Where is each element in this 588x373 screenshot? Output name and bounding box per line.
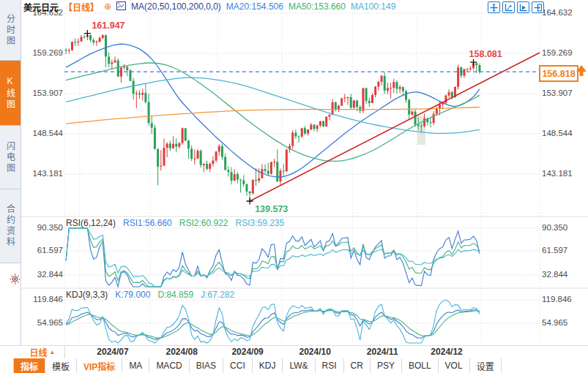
period-tag[interactable]: 【日线】	[64, 1, 99, 13]
annotation-158.081: 158.081	[469, 49, 502, 59]
kdj-k-line	[66, 309, 480, 339]
y-axis-tick: 61.597	[22, 246, 63, 255]
y-axis-tick: 143.181	[542, 169, 573, 178]
toolbar-tab-CR[interactable]: CR	[344, 358, 371, 373]
toolbar-tab-MACD[interactable]: MACD	[149, 358, 189, 373]
ma-line-ma50	[66, 63, 480, 161]
y-axis-tick: 119.846	[22, 295, 63, 304]
sun-alert-icon[interactable]	[10, 274, 21, 287]
annotation-139.573: 139.573	[255, 204, 288, 214]
current-price-label[interactable]: 156.818	[539, 65, 578, 82]
zoom-in-axis-button[interactable]	[502, 1, 515, 13]
y-axis-tick: 159.269	[22, 48, 63, 57]
symbol-name: 美元日元	[23, 1, 59, 13]
x-axis-month-label: 2024/09	[231, 347, 263, 357]
price-up-arrow-icon	[576, 64, 587, 80]
toolbar-tab-MA[interactable]: MA	[122, 358, 149, 373]
kdj-title: KDJ(9,3,3)	[66, 290, 108, 300]
chart-toolbuttons	[488, 1, 544, 13]
y-axis-tick: 159.269	[542, 48, 573, 57]
sidebar-tab-2[interactable]: K线图	[0, 61, 21, 126]
play-forward-axis-button[interactable]	[517, 1, 529, 13]
rsi3-line	[66, 228, 480, 287]
crosshair-tool-button[interactable]	[488, 1, 500, 13]
y-axis-tick: 54.965	[542, 318, 567, 327]
sidebar-tab-4[interactable]: 合约资料	[0, 189, 21, 263]
kdj-j-value: J:67.282	[201, 290, 234, 300]
y-axis-tick: 153.907	[542, 88, 573, 97]
toolbar-tab-[interactable]: 设置	[470, 358, 502, 373]
indicator-toolbar: 指标模板VIP指标MAMACDBIASCCIKDJLW&RSICRPSYBOLL…	[0, 358, 588, 373]
x-axis-month-label: 2024/10	[299, 347, 330, 357]
rsi-title: RSI(6,12,24)	[66, 218, 116, 228]
toolbar-tab-CCI[interactable]: CCI	[223, 358, 253, 373]
toolbar-tab-[interactable]: 指标	[13, 358, 45, 373]
y-axis-tick: 90.350	[542, 223, 567, 232]
toolbar-tab-RSI[interactable]: RSI	[316, 358, 344, 373]
x-axis-month-label: 2024/08	[165, 347, 197, 357]
circle-plus-icon[interactable]: ⊕	[104, 1, 111, 12]
extreme-cross-marker	[247, 197, 253, 204]
toolbar-tab-VOL[interactable]: VOL	[439, 358, 470, 373]
y-axis-tick: 148.544	[22, 129, 63, 137]
y-axis-tick: 143.181	[22, 169, 63, 178]
sidebar-tab-label: 分时图	[4, 14, 17, 47]
rsi2-line	[66, 228, 480, 287]
sidebar-tab-label: 闪电图	[4, 141, 17, 174]
sidebar-tab-label: 合约资料	[4, 204, 17, 248]
kdj-pane-header: KDJ(9,3,3) K:79.000 D:84.859 J:67.282	[66, 290, 234, 300]
annotation-161.947: 161.947	[92, 20, 124, 31]
ma100-value: MA100:149	[351, 1, 395, 12]
main-chart-canvas[interactable]: 161.947158.081139.573	[0, 0, 588, 373]
x-axis-month-label: 2024/12	[431, 347, 462, 357]
ma20-value: MA20:154.506	[226, 1, 283, 12]
x-axis-row: 日线 ▲ 2024/072024/082024/092024/102024/11…	[0, 345, 588, 360]
ma-line-ma20	[66, 44, 480, 177]
chart-header: 美元日元 【日线】 ⊕ MA(20,50,100,200,0,0) MA20:1…	[23, 1, 395, 12]
y-axis-tick: 61.597	[542, 246, 567, 255]
toolbar-tab-[interactable]: 模板	[45, 358, 77, 373]
candlestick-mini-icon	[116, 1, 126, 12]
y-axis-tick: 54.965	[22, 318, 63, 327]
sidebar-tab-3[interactable]: 闪电图	[0, 126, 21, 189]
y-axis-tick: 119.846	[542, 295, 572, 304]
y-axis-tick: 148.544	[542, 129, 573, 137]
ma50-value: MA50:153.660	[289, 1, 346, 12]
toolbar-tab-LW[interactable]: LW&	[283, 358, 315, 373]
kdj-k-value: K:79.000	[115, 290, 150, 300]
rsi1-line	[66, 228, 480, 287]
y-axis-tick: 32.844	[542, 270, 567, 279]
period-label: 日线	[30, 346, 48, 358]
rsi-pane-header: RSI(6,12,24) RSI1:56.660 RSI2:60.922 RSI…	[66, 218, 284, 228]
toolbar-tab-PSY[interactable]: PSY	[371, 358, 402, 373]
rsi3-value: RSI3:59.235	[235, 218, 284, 228]
period-selector[interactable]: 日线 ▲	[21, 346, 65, 358]
exit-page-button[interactable]	[532, 1, 544, 13]
trading-app-window: 161.947158.081139.573 美元日元 【日线】 ⊕ MA(20,…	[0, 0, 588, 373]
toolbar-tab-BIAS[interactable]: BIAS	[190, 358, 223, 373]
x-axis-month-label: 2024/07	[97, 347, 128, 357]
y-axis-tick: 164.632	[542, 8, 573, 17]
left-sidebar: 分时图K线图闪电图合约资料	[0, 0, 21, 358]
toolbar-tab-BOLL[interactable]: BOLL	[402, 358, 439, 373]
toolbar-tab-VIP[interactable]: VIP指标	[77, 358, 122, 373]
x-axis-month-label: 2024/11	[367, 347, 398, 357]
triangle-up-icon: ▲	[50, 349, 56, 355]
rsi2-value: RSI2:60.922	[179, 218, 228, 228]
trendline	[250, 53, 540, 201]
kdj-j-line	[66, 300, 480, 343]
toolbar-tab-KDJ[interactable]: KDJ	[253, 358, 283, 373]
y-axis-tick: 32.844	[22, 270, 63, 279]
sidebar-tab-1[interactable]: 分时图	[0, 0, 21, 61]
y-axis-tick: 153.907	[22, 88, 63, 97]
sidebar-tab-label: K线图	[4, 76, 17, 110]
kdj-d-value: D:84.859	[157, 290, 193, 300]
y-axis-tick: 90.350	[22, 223, 63, 232]
rsi1-value: RSI1:56.660	[123, 218, 172, 228]
ma-params-label: MA(20,50,100,200,0,0)	[131, 1, 221, 12]
